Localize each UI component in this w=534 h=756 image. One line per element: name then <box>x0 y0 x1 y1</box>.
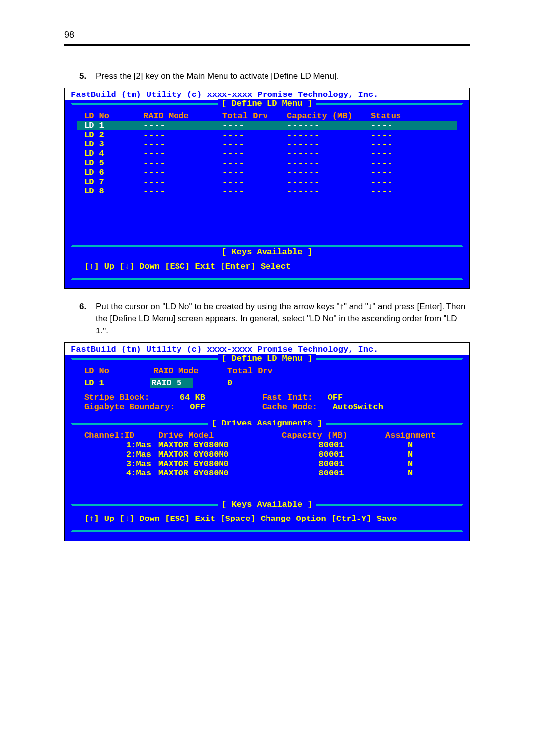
h-cap: Capacity (MB) <box>267 431 381 440</box>
drive-row[interactable]: 1:MasMAXTOR 6Y080M080001N <box>77 440 457 450</box>
fi-label: Fast Init: <box>262 393 312 402</box>
capacity: ------ <box>287 158 371 168</box>
capacity: ------ <box>287 187 371 196</box>
col-stat: Status <box>371 111 430 121</box>
drives-header: Channel:ID Drive Model Capacity (MB) Ass… <box>77 431 457 440</box>
ld-no: LD 6 <box>84 168 143 177</box>
opts-left: Stripe Block: 64 KB Gigabyte Boundary: O… <box>84 393 262 412</box>
v-raid: RAID 5 <box>153 378 227 388</box>
raid-mode: ---- <box>143 158 222 168</box>
status: ---- <box>371 140 430 149</box>
total-drv: ---- <box>222 149 287 158</box>
ld-no: LD 3 <box>84 140 143 149</box>
drive-model: MAXTOR 6Y080M0 <box>158 459 267 469</box>
capacity: 80001 <box>267 450 381 459</box>
bios-screen-1: FastBuild (tm) Utility (c) xxxx-xxxx Pro… <box>64 88 470 289</box>
keys-title-text: [ Keys Available ] <box>218 500 316 509</box>
ld-table-header: LD No RAID Mode Total Drv Capacity (MB) … <box>77 111 457 121</box>
opt-gb[interactable]: Gigabyte Boundary: OFF <box>84 402 262 412</box>
ld-row[interactable]: LD 1------------------ <box>77 121 457 130</box>
options-row: Stripe Block: 64 KB Gigabyte Boundary: O… <box>77 393 457 412</box>
ld-row[interactable]: LD 6------------------ <box>77 168 457 177</box>
bios-screen-2: FastBuild (tm) Utility (c) xxxx-xxxx Pro… <box>64 342 470 541</box>
ld-no: LD 2 <box>84 130 143 140</box>
total-drv: ---- <box>222 140 287 149</box>
raid-mode: ---- <box>143 140 222 149</box>
h-raid: RAID Mode <box>153 366 227 376</box>
step-number: 6. <box>79 301 96 337</box>
channel-id: 4:Mas <box>84 469 158 478</box>
capacity: ------ <box>287 140 371 149</box>
capacity: ------ <box>287 130 371 140</box>
ld-row[interactable]: LD 3------------------ <box>77 140 457 149</box>
channel-id: 3:Mas <box>84 459 158 469</box>
raid-mode-selected[interactable]: RAID 5 <box>150 378 193 388</box>
h-mod: Drive Model <box>158 431 267 440</box>
channel-id: 1:Mas <box>84 440 158 450</box>
ld-row[interactable]: LD 8------------------ <box>77 187 457 196</box>
total-drv: ---- <box>222 187 287 196</box>
drive-row[interactable]: 3:MasMAXTOR 6Y080M080001N <box>77 459 457 469</box>
raid-mode: ---- <box>143 149 222 158</box>
total-drv: ---- <box>222 121 287 130</box>
status: ---- <box>371 168 430 177</box>
drive-row[interactable]: 4:MasMAXTOR 6Y080M080001N <box>77 469 457 478</box>
ld-detail-header: LD No RAID Mode Total Drv <box>77 366 457 376</box>
capacity: 80001 <box>267 440 381 450</box>
keys-row: [↑] Up [↓] Down [ESC] Exit [Space] Chang… <box>77 512 457 525</box>
panel-keys-available-2: [ Keys Available ] [↑] Up [↓] Down [ESC]… <box>71 504 463 532</box>
stripe-value: 64 KB <box>180 393 205 402</box>
stripe-label: Stripe Block: <box>84 393 150 402</box>
page-number: 98 <box>64 30 470 40</box>
capacity: 80001 <box>267 469 381 478</box>
status: ---- <box>371 187 430 196</box>
opt-stripe[interactable]: Stripe Block: 64 KB <box>84 393 262 402</box>
spacer <box>77 196 457 240</box>
cm-value: AutoSwitch <box>333 402 383 412</box>
bios-body: [ Define LD Menu ] LD No RAID Mode Total… <box>65 355 469 541</box>
ld-row[interactable]: LD 7------------------ <box>77 177 457 187</box>
ld-no: LD 4 <box>84 149 143 158</box>
ld-row[interactable]: LD 5------------------ <box>77 158 457 168</box>
horizontal-rule <box>64 44 470 46</box>
status: ---- <box>371 149 430 158</box>
drives-rows: 1:MasMAXTOR 6Y080M080001N2:MasMAXTOR 6Y0… <box>77 440 457 478</box>
opt-cache[interactable]: Cache Mode: AutoSwitch <box>262 402 383 412</box>
drive-model: MAXTOR 6Y080M0 <box>158 469 267 478</box>
capacity: ------ <box>287 168 371 177</box>
col-ld: LD No <box>84 111 143 121</box>
status: ---- <box>371 158 430 168</box>
assignment: N <box>381 469 440 478</box>
opt-fastinit[interactable]: Fast Init: OFF <box>262 393 383 402</box>
raid-mode: ---- <box>143 168 222 177</box>
spacer <box>77 478 457 493</box>
panel-title: [ Keys Available ] <box>77 247 457 257</box>
ld-no: LD 8 <box>84 187 143 196</box>
status: ---- <box>371 121 430 130</box>
assignment: N <box>381 440 440 450</box>
ld-rows: LD 1------------------LD 2--------------… <box>77 121 457 196</box>
status: ---- <box>371 130 430 140</box>
gb-value: OFF <box>190 402 205 412</box>
cm-label: Cache Mode: <box>262 402 317 412</box>
raid-mode: ---- <box>143 130 222 140</box>
v-tot: 0 <box>227 378 292 388</box>
capacity: ------ <box>287 149 371 158</box>
panel-title: [ Drives Assignments ] <box>77 419 457 428</box>
drive-model: MAXTOR 6Y080M0 <box>158 440 267 450</box>
drive-row[interactable]: 2:MasMAXTOR 6Y080M080001N <box>77 450 457 459</box>
ld-no: LD 5 <box>84 158 143 168</box>
col-cap: Capacity (MB) <box>287 111 371 121</box>
h-asg: Assignment <box>381 431 440 440</box>
bios-body: [ Define LD Menu ] LD No RAID Mode Total… <box>65 100 469 288</box>
step-number: 5. <box>79 70 96 83</box>
panel-title: [ Define LD Menu ] <box>77 99 457 108</box>
assignment: N <box>381 459 440 469</box>
ld-detail-row[interactable]: LD 1 RAID 5 0 <box>77 378 457 388</box>
ld-row[interactable]: LD 4------------------ <box>77 149 457 158</box>
total-drv: ---- <box>222 158 287 168</box>
panel-title-text: [ Define LD Menu ] <box>218 354 316 363</box>
ld-row[interactable]: LD 2------------------ <box>77 130 457 140</box>
raid-mode: ---- <box>143 187 222 196</box>
total-drv: ---- <box>222 168 287 177</box>
